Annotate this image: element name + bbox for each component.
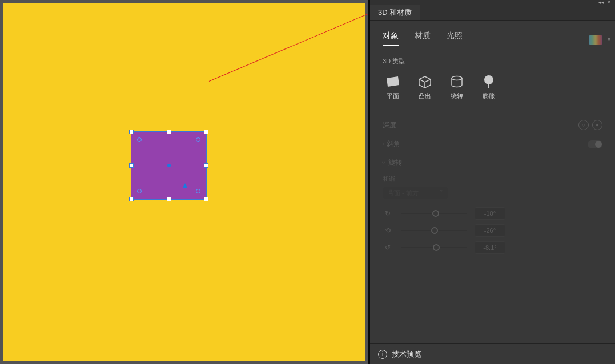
panel-footer: i 技术预览: [370, 343, 615, 364]
type-label: 绕转: [451, 92, 463, 100]
svg-point-2: [484, 75, 493, 84]
preset-group: 和谐 背面 - 前方˅: [383, 175, 602, 199]
cap-off-icon[interactable]: ○: [578, 120, 589, 130]
gradient-preview-icon[interactable]: [589, 35, 602, 45]
rotate-x-slider[interactable]: [401, 213, 467, 214]
preset-value: 背面 - 前方: [388, 189, 419, 197]
type-plane-button[interactable]: 平面: [383, 72, 403, 103]
rotation-section-header[interactable]: 旋转: [383, 153, 602, 172]
anchor-point[interactable]: [196, 189, 200, 193]
subtab-object[interactable]: 对象: [383, 31, 399, 46]
rotate-z-icon: ↺: [383, 242, 393, 253]
panel-tab-bar: 3D 和材质: [370, 5, 615, 21]
type-label: 平面: [387, 92, 399, 100]
type-section-label: 3D 类型: [383, 57, 602, 66]
resize-handle-tm[interactable]: [167, 130, 171, 134]
svg-point-1: [452, 76, 462, 80]
resize-handle-tl[interactable]: [129, 130, 134, 134]
properties-panel: ◂◂ × 3D 和材质 对象 材质 光照 3D 类型 平面 凸出 绕转: [368, 0, 615, 364]
bevel-toggle[interactable]: [588, 140, 602, 148]
cap-on-icon[interactable]: ●: [592, 120, 602, 130]
resize-handle-bl[interactable]: [129, 197, 134, 201]
center-point[interactable]: [167, 164, 171, 167]
panel-window-controls: ◂◂ ×: [370, 0, 615, 5]
rotation-sliders: ↻ -18° ⟲ -26° ↺ -8.1°: [383, 205, 602, 256]
cap-toggle-group[interactable]: ○ ●: [578, 120, 602, 130]
resize-handle-bm[interactable]: [167, 197, 171, 201]
preset-label: 和谐: [383, 175, 602, 183]
info-icon[interactable]: i: [378, 350, 387, 359]
type-buttons: 平面 凸出 绕转 膨胀: [383, 72, 602, 103]
rotate-z-row: ↺ -8.1°: [383, 239, 602, 256]
subtab-row: 对象 材质 光照: [383, 31, 602, 46]
subtab-lighting[interactable]: 光照: [447, 31, 463, 46]
anchor-point[interactable]: [137, 189, 142, 193]
preset-select[interactable]: 背面 - 前方˅: [383, 187, 448, 199]
type-label: 膨胀: [483, 92, 495, 100]
rotate-y-icon: ⟲: [383, 225, 393, 236]
depth-label: 深度: [383, 120, 396, 130]
type-extrude-button[interactable]: 凸出: [415, 72, 435, 103]
plane-icon: [385, 75, 401, 88]
tech-preview-label: 技术预览: [392, 349, 421, 359]
svg-marker-0: [387, 76, 399, 87]
rotate-y-row: ⟲ -26°: [383, 222, 602, 239]
rotate-x-value[interactable]: -18°: [475, 207, 505, 220]
resize-handle-ml[interactable]: [129, 163, 134, 168]
bevel-row: › 斜角: [383, 135, 602, 153]
rotate-z-slider[interactable]: [401, 247, 467, 248]
anchor-point[interactable]: [137, 137, 142, 142]
subtab-material[interactable]: 材质: [415, 31, 431, 46]
depth-row: 深度 ○ ●: [383, 115, 602, 135]
balloon-icon: [481, 75, 497, 88]
cube-icon: [417, 75, 433, 88]
rotate-x-icon: ↻: [383, 208, 393, 219]
tab-3d-materials[interactable]: 3D 和材质: [370, 5, 420, 20]
direction-indicator: [183, 183, 187, 188]
anchor-point[interactable]: [196, 137, 200, 142]
resize-handle-tr[interactable]: [204, 130, 208, 134]
type-inflate-button[interactable]: 膨胀: [479, 72, 499, 103]
type-label: 凸出: [419, 92, 431, 100]
chevron-down-icon: ˅: [440, 189, 443, 197]
rotate-z-value[interactable]: -8.1°: [475, 241, 505, 254]
canvas[interactable]: [3, 3, 365, 361]
rotate-y-value[interactable]: -26°: [475, 224, 505, 237]
resize-handle-mr[interactable]: [204, 163, 208, 168]
type-revolve-button[interactable]: 绕转: [447, 72, 467, 103]
rotate-y-slider[interactable]: [401, 230, 467, 231]
bevel-label: 斜角: [387, 140, 400, 148]
selected-rectangle[interactable]: [131, 131, 207, 200]
rotate-x-row: ↻ -18°: [383, 205, 602, 222]
cylinder-icon: [449, 75, 465, 88]
resize-handle-br[interactable]: [204, 197, 208, 201]
